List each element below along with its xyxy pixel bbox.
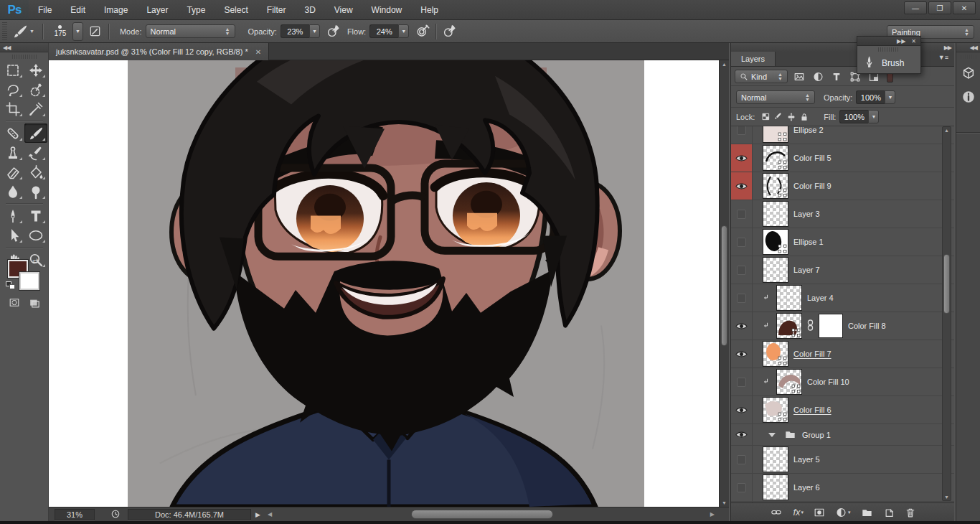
scroll-up-icon[interactable]: ▲ <box>720 62 729 67</box>
brush-picker-arrow[interactable]: ▼ <box>72 22 83 41</box>
layer-thumbnail[interactable] <box>763 229 788 255</box>
layer-row[interactable]: Layer 7 <box>731 256 954 284</box>
horizontal-scroll-thumb[interactable] <box>411 510 553 519</box>
layer-name[interactable]: Color Fill 6 <box>793 406 831 414</box>
lock-position-icon[interactable] <box>785 112 798 122</box>
lock-transparency-icon[interactable] <box>759 112 772 121</box>
filter-adjustment-icon[interactable] <box>811 70 825 83</box>
layer-mask-thumbnail[interactable] <box>819 314 843 338</box>
visibility-toggle[interactable] <box>731 228 753 256</box>
visibility-toggle[interactable] <box>731 126 753 144</box>
status-options-arrow[interactable]: ▶ <box>255 511 260 518</box>
menu-item-image[interactable]: Image <box>95 0 137 20</box>
pen-tool[interactable] <box>1 206 24 225</box>
default-colors-icon[interactable] <box>6 281 15 289</box>
move-tool[interactable] <box>24 60 47 80</box>
brush-tool[interactable] <box>24 123 47 143</box>
toggle-brush-panel-icon[interactable] <box>88 24 103 39</box>
live-preview-icon[interactable] <box>110 509 121 520</box>
brush-preset-picker[interactable]: 175 ▼ <box>48 22 83 41</box>
ellipse-tool[interactable] <box>24 225 47 245</box>
layers-blend-mode-select[interactable]: Normal▲▼ <box>736 90 815 104</box>
visibility-toggle[interactable] <box>731 446 753 473</box>
vertical-scrollbar[interactable]: ▲ ▼ <box>719 60 729 507</box>
layer-name[interactable]: Color Fill 8 <box>848 322 886 330</box>
dock-grip[interactable] <box>961 55 976 59</box>
horizontal-scrollbar[interactable] <box>293 510 710 520</box>
layer-thumbnail[interactable] <box>763 145 788 171</box>
layer-name[interactable]: Ellipse 2 <box>793 126 824 134</box>
layer-thumbnail[interactable] <box>776 313 802 339</box>
menu-item-edit[interactable]: Edit <box>61 0 95 20</box>
layer-name[interactable]: Color Fill 7 <box>793 350 831 358</box>
layer-name[interactable]: Layer 7 <box>793 266 820 274</box>
opacity-input[interactable]: 23%▼ <box>281 24 320 38</box>
visibility-toggle[interactable] <box>731 368 753 396</box>
layer-style-fx-icon[interactable]: fx▾ <box>793 507 804 518</box>
rectangular-marquee-tool[interactable] <box>1 60 24 80</box>
menu-item-window[interactable]: Window <box>362 0 412 20</box>
close-button[interactable]: ✕ <box>953 1 976 14</box>
swap-colors-icon[interactable]: ⇄ <box>32 257 38 265</box>
layer-row[interactable]: Layer 3 <box>731 200 954 228</box>
document-size-readout[interactable]: Doc: 46.4M/165.7M <box>128 509 251 520</box>
layer-row[interactable]: Color Fill 5 <box>731 144 954 172</box>
dodge-tool[interactable] <box>24 182 47 201</box>
background-color-swatch[interactable] <box>19 272 39 290</box>
menu-item-file[interactable]: File <box>29 0 61 20</box>
filter-type-icon[interactable] <box>829 70 844 83</box>
mask-link-icon[interactable] <box>807 319 814 332</box>
layer-row[interactable]: Color Fill 10 <box>731 368 954 396</box>
layer-name[interactable]: Group 1 <box>802 431 831 439</box>
scroll-down-icon[interactable]: ▼ <box>720 500 729 505</box>
layers-opacity-input[interactable]: 100%▼ <box>856 90 895 104</box>
menu-item-select[interactable]: Select <box>215 0 257 20</box>
fill-input[interactable]: 100%▼ <box>839 110 879 123</box>
screen-mode-icon[interactable] <box>28 297 41 312</box>
hscroll-left-icon[interactable]: ◀ <box>268 511 272 518</box>
options-grip[interactable] <box>2 22 7 41</box>
layer-thumbnail[interactable] <box>763 257 788 283</box>
filter-kind-select[interactable]: Kind▲▼ <box>735 70 788 83</box>
3d-panel-icon[interactable] <box>959 64 978 83</box>
airbrush-icon[interactable] <box>415 24 430 39</box>
dock-expand-header[interactable]: ◀◀ <box>956 43 980 52</box>
brush-panel-icon[interactable] <box>863 55 876 72</box>
eyedropper-tool[interactable] <box>24 99 47 118</box>
tools-collapse-header[interactable]: ◀◀ <box>0 43 48 52</box>
brush-floating-panel[interactable]: ▶▶ ✕ Brush <box>857 36 921 74</box>
layer-row[interactable]: Layer 6 <box>731 474 954 502</box>
visibility-toggle[interactable] <box>731 144 753 172</box>
visibility-toggle[interactable] <box>731 200 753 228</box>
new-group-icon[interactable] <box>860 507 874 518</box>
clone-stamp-tool[interactable] <box>1 143 24 162</box>
link-layers-icon[interactable] <box>769 507 783 518</box>
layer-row[interactable]: Layer 5 <box>731 446 954 474</box>
filter-pixel-icon[interactable] <box>792 70 806 83</box>
type-tool[interactable] <box>24 206 47 225</box>
eraser-tool[interactable] <box>1 162 24 182</box>
new-layer-icon[interactable] <box>883 507 895 518</box>
visibility-toggle[interactable] <box>731 256 753 284</box>
layers-scrollbar[interactable]: ▲ ▼ <box>942 126 951 501</box>
quick-mask-icon[interactable] <box>8 297 21 312</box>
quick-selection-tool[interactable] <box>24 80 47 99</box>
canvas-artwork[interactable] <box>128 60 644 507</box>
blur-tool[interactable] <box>1 182 24 201</box>
blend-mode-select[interactable]: Normal▲▼ <box>146 24 235 38</box>
menu-item-layer[interactable]: Layer <box>137 0 177 20</box>
menu-item-view[interactable]: View <box>325 0 362 20</box>
visibility-toggle[interactable] <box>731 424 753 445</box>
crop-tool[interactable] <box>1 99 24 118</box>
brush-panel-collapse-icon[interactable]: ▶▶ <box>897 38 905 45</box>
layer-thumbnail[interactable] <box>763 446 788 472</box>
panel-menu-icon[interactable]: ▼≡ <box>938 54 948 61</box>
layers-scroll-up-icon[interactable]: ▲ <box>943 128 951 133</box>
layer-name[interactable]: Layer 3 <box>793 210 820 218</box>
layer-row[interactable]: Ellipse 1 <box>731 228 954 256</box>
layer-thumbnail[interactable] <box>776 369 802 395</box>
layer-name[interactable]: Layer 4 <box>807 294 834 302</box>
layer-name[interactable]: Layer 5 <box>793 455 820 464</box>
layer-row[interactable]: Color Fill 7 <box>731 340 954 368</box>
layer-row[interactable]: Ellipse 2 <box>731 126 954 144</box>
